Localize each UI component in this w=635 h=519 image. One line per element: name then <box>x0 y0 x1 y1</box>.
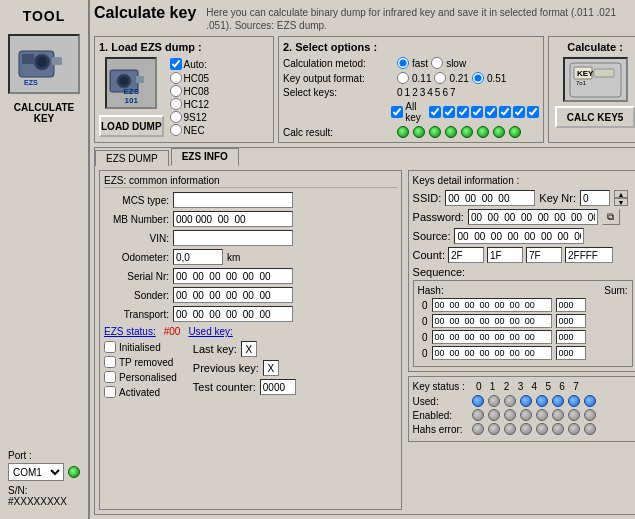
count-1-input[interactable] <box>448 247 484 263</box>
sum-3-input[interactable] <box>556 346 586 360</box>
radio-hc08-input[interactable] <box>170 85 182 97</box>
pwd-input[interactable] <box>468 209 598 225</box>
hahs-led-0 <box>472 423 484 435</box>
init-checkbox[interactable] <box>104 341 116 353</box>
key1-check[interactable] <box>443 106 455 118</box>
result-led-5 <box>477 126 489 138</box>
fmt-011-radio[interactable] <box>397 72 409 84</box>
svg-text:KEY: KEY <box>577 69 594 78</box>
fmt-021-label: 0.21 <box>449 73 468 84</box>
ssid-input[interactable] <box>445 190 535 206</box>
radio-hc12-input[interactable] <box>170 98 182 110</box>
hash-0-input[interactable] <box>432 298 552 312</box>
tab-ezs-info[interactable]: EZS INFO <box>171 148 239 166</box>
slow-label: slow <box>446 58 466 69</box>
pers-label: Personalised <box>119 372 177 383</box>
act-label: Activated <box>119 387 160 398</box>
pers-checkbox[interactable] <box>104 371 116 383</box>
hash-1-input[interactable] <box>432 314 552 328</box>
last-key-row: Last key: <box>193 341 296 357</box>
count-4-input[interactable] <box>565 247 613 263</box>
hash-3-input[interactable] <box>432 346 552 360</box>
port-select[interactable]: COM1 COM2 COM3 <box>8 463 64 481</box>
fmt-021-radio[interactable] <box>434 72 446 84</box>
used-led-3 <box>520 395 532 407</box>
all-key-checks: All key <box>391 101 538 123</box>
sidebar-title: TOOL <box>23 8 66 24</box>
mcs-label: MCS type: <box>104 195 169 206</box>
fmt-051-radio[interactable] <box>472 72 484 84</box>
key5-check[interactable] <box>499 106 511 118</box>
used-key-link[interactable]: Used key: <box>188 326 232 337</box>
sum-1-input[interactable] <box>556 314 586 328</box>
count-2-input[interactable] <box>487 247 523 263</box>
key0-check[interactable] <box>429 106 441 118</box>
count-3-input[interactable] <box>526 247 562 263</box>
radio-nec-input[interactable] <box>170 124 182 136</box>
radio-hc05-input[interactable] <box>170 72 182 84</box>
load-dump-button[interactable]: LOAD DUMP <box>99 115 164 137</box>
svg-text:101: 101 <box>24 88 35 89</box>
key3-check[interactable] <box>471 106 483 118</box>
slow-radio[interactable] <box>431 57 443 69</box>
key6-check[interactable] <box>513 106 525 118</box>
key-nr-input[interactable] <box>580 190 610 206</box>
common-info-title: EZS: common information <box>104 175 397 188</box>
sum-2-input[interactable] <box>556 330 586 344</box>
prev-key-row: Previous key: <box>193 360 296 376</box>
serial-label: Serial Nr: <box>104 271 169 282</box>
mb-number-input[interactable] <box>173 211 293 227</box>
enabled-leds <box>472 409 596 421</box>
key4-check[interactable] <box>485 106 497 118</box>
calc-result-row: Calc result: <box>283 126 539 138</box>
fast-radio[interactable] <box>397 57 409 69</box>
result-led-1 <box>413 126 425 138</box>
svg-point-9 <box>120 77 128 85</box>
protocol-radio-group: HC05 HC08 HC12 <box>170 72 210 136</box>
tab-ezs-dump[interactable]: EZS DUMP <box>95 150 169 166</box>
source-label: Source: <box>413 230 451 242</box>
calc-panel-title: Calculate : <box>567 41 623 53</box>
tp-checkbox[interactable] <box>104 356 116 368</box>
transport-input[interactable] <box>173 306 293 322</box>
spin-down[interactable]: ▼ <box>614 198 628 206</box>
ezs-status-link[interactable]: EZS status: <box>104 326 156 337</box>
radio-hc08: HC08 <box>170 85 210 97</box>
hahs-label: Hahs error: <box>413 424 468 435</box>
format-radios: 0.11 0.21 0.51 <box>397 72 506 84</box>
hahs-led-1 <box>488 423 500 435</box>
prev-key-input[interactable] <box>263 360 279 376</box>
serial-input[interactable] <box>173 268 293 284</box>
odo-input[interactable] <box>173 249 223 265</box>
key2-check[interactable] <box>457 106 469 118</box>
test-counter-row: Test counter: <box>193 379 296 395</box>
key7-check[interactable] <box>527 106 539 118</box>
main-content: Calculate key Here you can calculate bin… <box>90 0 635 519</box>
source-input[interactable] <box>454 228 584 244</box>
hash-2-input[interactable] <box>432 330 552 344</box>
svg-rect-10 <box>136 76 144 83</box>
copy-pwd-button[interactable]: ⧉ <box>602 209 620 225</box>
all-key-checkbox[interactable] <box>391 106 403 118</box>
svg-point-3 <box>37 57 47 67</box>
sonder-input[interactable] <box>173 287 293 303</box>
sidebar: TOOL EZS 101 CALCULATE KEY Port : COM1 C… <box>0 0 90 519</box>
key-nr-label: Key Nr: <box>539 192 576 204</box>
last-key-input[interactable] <box>241 341 257 357</box>
sum-0-input[interactable] <box>556 298 586 312</box>
radio-9s12-input[interactable] <box>170 111 182 123</box>
select-keys-label: Select keys: <box>283 87 393 98</box>
serial-row: Serial Nr: <box>104 268 397 284</box>
auto-checkbox[interactable] <box>170 58 182 70</box>
used-leds <box>472 395 596 407</box>
test-counter-input[interactable] <box>260 379 296 395</box>
act-checkbox[interactable] <box>104 386 116 398</box>
mcs-type-input[interactable] <box>173 192 293 208</box>
hahs-led-7 <box>584 423 596 435</box>
vin-input[interactable] <box>173 230 293 246</box>
all-key-label: All key <box>405 101 426 123</box>
calc-key-button[interactable]: CALC KEY5 <box>555 106 635 128</box>
sidebar-icon: EZS 101 <box>8 34 80 94</box>
hash-box: Hash: Sum: 0 0 <box>413 280 633 367</box>
spin-up[interactable]: ▲ <box>614 190 628 198</box>
